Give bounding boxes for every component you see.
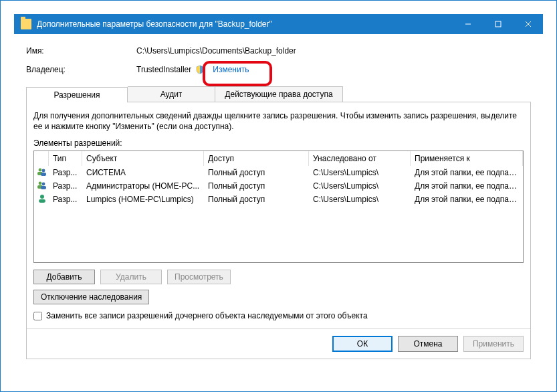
owner-change-link[interactable]: Изменить	[213, 65, 249, 74]
owner-label: Владелец:	[26, 65, 136, 74]
ok-button[interactable]: ОК	[332, 336, 393, 352]
col-header-applies[interactable]: Применяется к	[411, 151, 523, 166]
name-row: Имя: C:\Users\Lumpics\Documents\Backup_f…	[26, 43, 531, 58]
list-item[interactable]: Разр... Администраторы (HOME-PC... Полны…	[34, 179, 523, 193]
user-icon	[37, 194, 47, 203]
permission-entries-label: Элементы разрешений:	[33, 138, 524, 148]
svg-point-4	[39, 168, 42, 171]
svg-point-5	[42, 169, 45, 172]
svg-point-8	[39, 181, 42, 185]
svg-rect-7	[41, 173, 46, 176]
remove-button: Удалить	[100, 270, 162, 284]
group-icon	[37, 181, 47, 190]
window-controls	[453, 14, 543, 34]
list-header: Тип Субъект Доступ Унаследовано от Приме…	[34, 151, 523, 166]
view-button: Просмотреть	[167, 270, 231, 284]
svg-point-9	[42, 182, 45, 185]
advanced-security-window: Дополнительные параметры безопасности дл…	[0, 0, 557, 392]
maximize-button[interactable]	[483, 14, 513, 34]
tab-permissions[interactable]: Разрешения	[26, 87, 128, 102]
hint-text: Для получения дополнительных сведений дв…	[33, 110, 524, 132]
titlebar[interactable]: Дополнительные параметры безопасности дл…	[14, 14, 543, 34]
col-header-type[interactable]: Тип	[49, 151, 82, 166]
name-value: C:\Users\Lumpics\Documents\Backup_folder	[136, 46, 296, 56]
client-area: Имя: C:\Users\Lumpics\Documents\Backup_f…	[14, 34, 543, 378]
apply-button: Применить	[463, 336, 524, 352]
tab-strip: Разрешения Аудит Действующие права досту…	[26, 86, 531, 102]
tab-panel-permissions: Для получения дополнительных сведений дв…	[26, 102, 531, 359]
window-title: Дополнительные параметры безопасности дл…	[37, 19, 272, 29]
dialog-buttons: ОК Отмена Применить	[33, 336, 524, 352]
cancel-button[interactable]: Отмена	[398, 336, 458, 352]
col-header-subject[interactable]: Субъект	[82, 151, 204, 166]
tab-effective-access[interactable]: Действующие права доступа	[215, 86, 343, 102]
separator	[27, 328, 530, 329]
add-button[interactable]: Добавить	[33, 270, 95, 284]
disable-inheritance-button[interactable]: Отключение наследования	[33, 290, 149, 304]
permission-entries-list[interactable]: Тип Субъект Доступ Унаследовано от Приме…	[33, 151, 524, 263]
replace-children-checkbox[interactable]	[33, 312, 42, 320]
close-button[interactable]	[513, 14, 543, 34]
col-header-access[interactable]: Доступ	[204, 151, 309, 166]
minimize-button[interactable]	[453, 14, 483, 34]
svg-rect-11	[41, 186, 46, 189]
owner-row: Владелец: TrustedInstaller Изменить	[26, 62, 531, 77]
list-item[interactable]: Разр... СИСТЕМА Полный доступ C:\Users\L…	[34, 166, 523, 179]
name-label: Имя:	[26, 46, 136, 56]
replace-children-checkbox-row[interactable]: Заменить все записи разрешений дочернего…	[33, 311, 524, 320]
shield-icon	[195, 65, 205, 74]
col-header-icon[interactable]	[34, 151, 49, 166]
list-body: Разр... СИСТЕМА Полный доступ C:\Users\L…	[34, 166, 523, 206]
inheritance-buttons: Отключение наследования	[33, 290, 524, 304]
owner-value-group: TrustedInstaller Изменить	[136, 65, 249, 74]
tab-audit[interactable]: Аудит	[128, 86, 215, 102]
replace-children-label: Заменить все записи разрешений дочернего…	[46, 311, 368, 320]
list-item[interactable]: Разр... Lumpics (HOME-PC\Lumpics) Полный…	[34, 193, 523, 206]
svg-point-12	[40, 195, 44, 199]
svg-rect-13	[39, 199, 45, 203]
col-header-inherited[interactable]: Унаследовано от	[309, 151, 411, 166]
entry-buttons: Добавить Удалить Просмотреть	[33, 270, 524, 284]
svg-rect-1	[495, 21, 501, 27]
owner-value: TrustedInstaller	[136, 65, 191, 74]
group-icon	[37, 167, 47, 177]
folder-icon	[21, 19, 31, 29]
